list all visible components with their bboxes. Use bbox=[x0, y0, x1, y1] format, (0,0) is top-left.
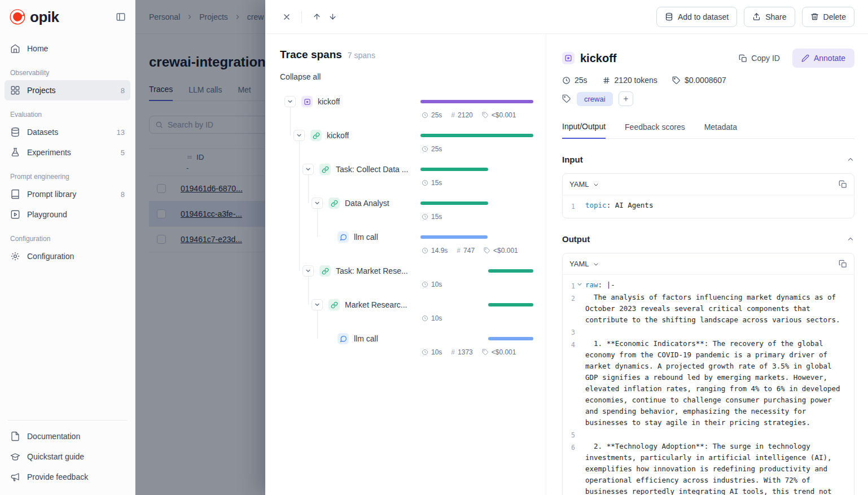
tab-feedback-scores[interactable]: Feedback scores bbox=[625, 122, 685, 138]
fold-chevron-icon[interactable] bbox=[576, 279, 583, 292]
span-row[interactable]: kickoff25s bbox=[265, 128, 546, 161]
span-duration: 10s bbox=[422, 281, 442, 288]
expand-chevron-icon[interactable] bbox=[293, 130, 305, 141]
duration-bar-track bbox=[420, 235, 533, 239]
cost-stat: $0.0008607 bbox=[672, 76, 726, 85]
button-label: Annotate bbox=[814, 54, 845, 63]
section-label-prompt-engineering: Prompt engineering bbox=[5, 163, 130, 184]
output-format-select[interactable]: YAML bbox=[569, 260, 599, 268]
code-line: 4 1. **Economic Indicators**: The recove… bbox=[567, 338, 847, 428]
span-row[interactable]: Market Researc...10s bbox=[265, 297, 546, 331]
trace-spans-column: Trace spans 7 spans Collapse all kickoff… bbox=[265, 34, 546, 495]
opik-logo[interactable]: opik bbox=[9, 8, 59, 26]
previous-trace-arrow-up-icon[interactable] bbox=[309, 9, 325, 25]
add-tag-button[interactable] bbox=[619, 91, 633, 106]
divider bbox=[301, 11, 302, 23]
database-icon bbox=[10, 127, 20, 137]
duration-stat: 25s bbox=[562, 76, 588, 85]
code-line: 2 The analysis of factors influencing ma… bbox=[567, 292, 847, 326]
tree-connector bbox=[290, 107, 291, 135]
code-text: 1. **Economic Indicators**: The recovery… bbox=[585, 338, 847, 428]
share-button[interactable]: Share bbox=[744, 7, 795, 27]
sidebar-item-label: Datasets bbox=[27, 128, 58, 137]
share-icon bbox=[752, 12, 761, 21]
chevron-up-icon[interactable] bbox=[847, 235, 854, 243]
span-row[interactable]: Task: Collect Data ...15s bbox=[265, 161, 546, 195]
next-trace-arrow-down-icon[interactable] bbox=[325, 9, 340, 25]
sidebar-item-documentation[interactable]: Documentation bbox=[5, 426, 130, 446]
pencil-icon bbox=[801, 54, 809, 62]
tokens-icon: # bbox=[457, 247, 461, 255]
span-duration: 10s bbox=[422, 348, 442, 356]
sidebar-item-experiments[interactable]: Experiments 5 bbox=[5, 142, 130, 163]
code-line: 1raw: |- bbox=[567, 279, 847, 292]
prompt-library-count-badge: 8 bbox=[121, 190, 125, 199]
expand-chevron-icon[interactable] bbox=[312, 299, 323, 310]
divider bbox=[8, 420, 127, 420]
play-icon bbox=[10, 209, 20, 220]
duration-bar-track bbox=[420, 100, 533, 103]
chevron-down-icon bbox=[593, 181, 599, 188]
copy-id-button[interactable]: Copy ID bbox=[739, 54, 780, 63]
annotate-button[interactable]: Annotate bbox=[792, 49, 854, 68]
code-line: 1topic: AI Agents bbox=[567, 200, 847, 212]
sidebar-item-projects[interactable]: Projects 8 bbox=[5, 80, 130, 100]
collapse-sidebar-icon[interactable] bbox=[116, 12, 126, 22]
span-metrics: 15s bbox=[422, 213, 442, 221]
span-row[interactable]: Task: Market Rese...10s bbox=[265, 263, 546, 297]
document-icon bbox=[10, 431, 20, 441]
sidebar-item-label: Documentation bbox=[27, 432, 80, 441]
sidebar-item-quickstart[interactable]: Quickstart guide bbox=[5, 446, 130, 467]
fold-spacer bbox=[576, 292, 583, 326]
sidebar-item-configuration[interactable]: Configuration bbox=[5, 246, 130, 266]
output-section-header[interactable]: Output bbox=[562, 234, 854, 244]
trace-panel: Add to dataset Share Delete Trace spans … bbox=[265, 0, 868, 495]
expand-chevron-icon[interactable] bbox=[303, 265, 314, 277]
duration-icon bbox=[422, 179, 428, 186]
span-metrics: 25s#2120<$0.001 bbox=[422, 111, 516, 119]
tag-chip-crewai[interactable]: crewai bbox=[577, 92, 613, 106]
trace-icon bbox=[301, 96, 313, 107]
span-row[interactable]: llm call14.9s#747<$0.001 bbox=[265, 229, 546, 263]
span-row[interactable]: kickoff25s#2120<$0.001 bbox=[265, 94, 546, 128]
span-row[interactable]: Data Analyst15s bbox=[265, 195, 546, 229]
code-text: 2. **Technology Adoption**: The surge in… bbox=[585, 441, 847, 495]
tab-metadata[interactable]: Metadata bbox=[704, 122, 737, 138]
span-metrics: 10s bbox=[422, 281, 442, 288]
sidebar-item-playground[interactable]: Playground bbox=[5, 204, 130, 225]
span-tokens: #2120 bbox=[451, 111, 472, 119]
sidebar-item-datasets[interactable]: Datasets 13 bbox=[5, 122, 130, 142]
span-metrics: 15s bbox=[422, 179, 442, 187]
expand-chevron-icon[interactable] bbox=[303, 164, 314, 175]
copy-input-icon[interactable] bbox=[839, 180, 847, 189]
span-label: llm call bbox=[354, 334, 378, 343]
expand-chevron-icon[interactable] bbox=[284, 96, 296, 107]
span-duration: 14.9s bbox=[422, 247, 448, 255]
fold-spacer bbox=[576, 326, 583, 338]
sidebar-item-label: Prompt library bbox=[27, 190, 76, 199]
delete-button[interactable]: Delete bbox=[802, 7, 854, 27]
tab-input-output[interactable]: Input/Output bbox=[562, 122, 606, 139]
code-text: The analysis of factors influencing mark… bbox=[585, 292, 847, 326]
span-row[interactable]: llm call10s#1373<$0.001 bbox=[265, 331, 546, 365]
chevron-up-icon[interactable] bbox=[847, 156, 854, 164]
spans-count: 7 spans bbox=[348, 51, 375, 60]
input-format-select[interactable]: YAML bbox=[569, 180, 599, 189]
sidebar-item-prompt-library[interactable]: Prompt library 8 bbox=[5, 184, 130, 204]
expand-chevron-icon[interactable] bbox=[312, 198, 323, 209]
add-to-dataset-button[interactable]: Add to dataset bbox=[656, 7, 737, 27]
input-section-header[interactable]: Input bbox=[562, 155, 854, 164]
detail-tabs: Input/Output Feedback scores Metadata bbox=[562, 122, 854, 139]
close-icon[interactable] bbox=[279, 9, 295, 25]
copy-icon bbox=[739, 54, 747, 63]
duration-bar bbox=[488, 337, 533, 340]
duration-bar-track bbox=[420, 269, 533, 273]
copy-output-icon[interactable] bbox=[839, 260, 847, 268]
input-code-box: YAML 1topic: AI Agents bbox=[562, 173, 854, 218]
button-label: Add to dataset bbox=[678, 12, 729, 21]
sidebar-item-home[interactable]: Home bbox=[5, 38, 130, 59]
duration-icon bbox=[422, 112, 428, 119]
sidebar-item-feedback[interactable]: Provide feedback bbox=[5, 467, 130, 487]
collapse-all-button[interactable]: Collapse all bbox=[280, 72, 321, 81]
line-number: 3 bbox=[567, 326, 575, 338]
